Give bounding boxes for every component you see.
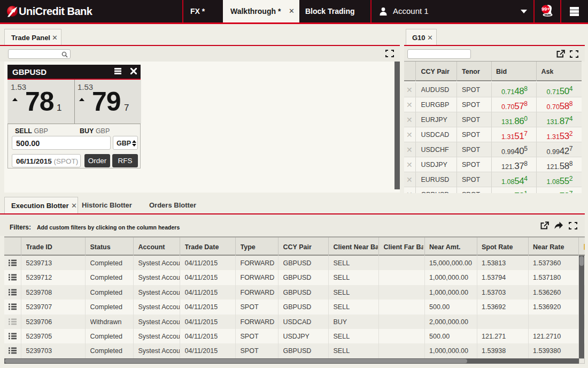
svg-text:99+: 99+ xyxy=(541,6,550,12)
